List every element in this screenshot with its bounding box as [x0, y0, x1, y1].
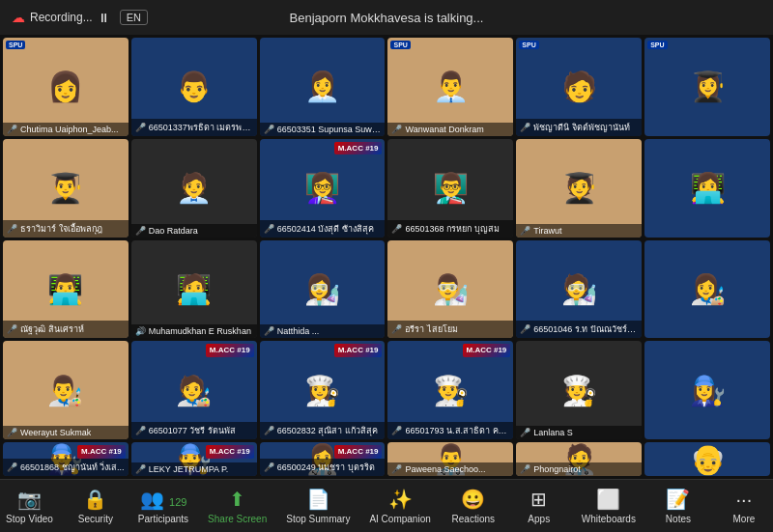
participant-name-tag: 🎤66501077 วัชรี รัตนพัส	[131, 422, 257, 439]
video-cell[interactable]: 👨‍💻🎤ณัฐวุฒิ สินเศราห์	[3, 240, 129, 339]
video-cell[interactable]: M.ACC #19👩‍⚕️🎤66500249 นมชรา บุตรริต	[260, 442, 386, 476]
video-cell[interactable]: M.ACC #19🧑‍🔧🎤LEKY JETRUMPA P.	[131, 442, 257, 476]
ai-companion-button[interactable]: ✨AI Companion	[359, 483, 440, 529]
lang-badge: EN	[120, 10, 148, 25]
whiteboards-label: Whiteboards	[582, 514, 636, 524]
participant-name: 66501046 ร.ท ปัณณวัชร์ โช...	[533, 322, 638, 336]
reactions-label: Reactions	[452, 514, 495, 524]
video-cell[interactable]: 👨‍🏫🎤66501368 กรหยก บุญสม	[387, 139, 513, 238]
participant-name-tag: 🎤66502414 บังสุดี ซ้างสิสุค	[260, 220, 386, 238]
reactions-icon: 😀	[461, 488, 485, 511]
participant-name-tag: 🎤อรีรา ไสยโยม	[387, 321, 513, 338]
participant-name: Dao Ratdara	[149, 226, 198, 236]
participant-name-tag: 🎤66500249 นมชรา บุตรริต	[260, 459, 386, 476]
video-cell[interactable]: 🧑‍🔬🎤66501046 ร.ท ปัณณวัชร์ โช...	[516, 240, 642, 339]
participants-label: Participants	[138, 514, 188, 524]
video-cell[interactable]: 👨‍🎨🎤Weerayut Sukmak	[3, 341, 129, 439]
stop-summary-wrap: 📄Stop Summary	[276, 483, 359, 529]
video-cell[interactable]: 👴	[644, 442, 770, 476]
video-cell[interactable]: 👨🎤66501337พรธิดา เมตรพพร...	[131, 38, 257, 136]
video-cell[interactable]: 👨‍⚕️🎤Paweena Saechoo...	[387, 442, 513, 476]
video-cell[interactable]: 🧑‍🎓🎤Tirawut	[516, 139, 642, 238]
top-bar: ☁ Recording... ⏸ EN Benjaporn Mokkhavesa…	[0, 0, 773, 35]
video-cell[interactable]: 👩‍💼🎤66503351 Supunsa Suwa...	[260, 38, 386, 136]
spu-badge: SPU	[390, 41, 410, 49]
video-grid: SPU👩🎤Chutima Uaiphon_Jeab...👨🎤66501337พร…	[0, 35, 773, 479]
video-cell[interactable]: M.ACC #19👨‍🔧🎤66501868 ชญานันท์ วิ่งเส...	[3, 442, 129, 476]
video-cell[interactable]: 👩‍🔬🎤Natthida ...	[260, 240, 386, 339]
reactions-button[interactable]: 😀Reactions	[441, 483, 506, 529]
mic-icon: 🎤	[135, 426, 146, 435]
participant-name-tag: 🎤Wanwanat Donkram	[387, 123, 513, 136]
security-icon: 🔒	[83, 488, 107, 511]
mic-icon: 🎤	[520, 324, 530, 334]
participant-name-tag: 🎤66501368 กรหยก บุญสม	[387, 220, 513, 238]
participant-name-tag: 🎤Tirawut	[516, 224, 642, 238]
participant-name: 66501077 วัชรี รัตนพัส	[149, 424, 236, 437]
share-screen-label: Share Screen	[208, 514, 267, 524]
stop-video-button[interactable]: 📷Stop Video	[0, 483, 63, 529]
video-cell[interactable]: SPU👩🎤Chutima Uaiphon_Jeab...	[3, 38, 129, 136]
notes-button[interactable]: 📝Notes	[645, 483, 711, 529]
mic-icon: 🎤	[520, 123, 530, 132]
mic-icon: 🎤	[520, 464, 530, 474]
participants-wrap: 👥 129Participants	[129, 483, 198, 529]
participant-name-tag: 🎤66501046 ร.ท ปัณณวัชร์ โช...	[516, 321, 642, 338]
participant-name: Phongnairot	[533, 464, 581, 474]
video-cell[interactable]: 🧑‍💼🎤Dao Ratdara	[131, 139, 257, 238]
ai-companion-label: AI Companion	[369, 514, 430, 524]
video-cell[interactable]: SPU🧑🎤พัชญาดีนิ จิตต์พัชญานันท์	[516, 38, 642, 136]
participant-name-tag: 🎤66501868 ชญานันท์ วิ่งเส...	[3, 459, 129, 476]
participant-name-tag: 🎤66502832 สุณิสา แก้วสิสุค	[260, 422, 386, 439]
video-cell[interactable]: M.ACC #19👩‍🏫🎤66502414 บังสุดี ซ้างสิสุค	[260, 139, 386, 238]
participant-name-tag: 🎤ธราวิมาร์ ใจเอื้อพลกุฎ	[3, 220, 129, 238]
video-cell[interactable]: 👨‍🎓🎤ธราวิมาร์ ใจเอื้อพลกุฎ	[3, 139, 129, 238]
video-cell[interactable]: M.ACC #19👨‍🍳🎤66501793 น.ส.สาธิดา คนสุง	[387, 341, 513, 439]
participant-name-tag: 🔊Muhamudkhan E Ruskhan	[131, 324, 257, 338]
participants-button[interactable]: 👥 129Participants	[129, 483, 198, 529]
share-screen-icon: ⬆	[229, 488, 245, 511]
apps-button[interactable]: ⊞Apps	[506, 483, 572, 529]
participant-name: Muhamudkhan E Ruskhan	[149, 326, 251, 336]
video-cell[interactable]: SPU👩‍🎓	[644, 38, 770, 136]
spu-badge: SPU	[519, 41, 538, 49]
video-cell[interactable]: 👨‍🔬🎤อรีรา ไสยโยม	[387, 240, 513, 339]
participant-name: Tirawut	[533, 226, 561, 236]
participant-name: ธราวิมาร์ ใจเอื้อพลกุฎ	[20, 222, 102, 236]
participant-name-tag: 🎤66501337พรธิดา เมตรพพร...	[131, 119, 257, 136]
video-cell[interactable]: SPU👨‍💼🎤Wanwanat Donkram	[387, 38, 513, 136]
reactions-wrap: 😀Reactions	[441, 483, 506, 529]
spu-badge: SPU	[6, 41, 25, 49]
share-screen-button[interactable]: ⬆Share Screen	[198, 483, 276, 529]
more-button[interactable]: ···More	[711, 484, 773, 529]
mic-icon: 🎤	[391, 324, 402, 334]
mic-icon: 🎤	[7, 224, 17, 234]
participant-name: Chutima Uaiphon_Jeab...	[20, 125, 119, 134]
video-cell[interactable]: 👩‍💻	[644, 139, 770, 238]
apps-icon: ⊞	[530, 488, 547, 511]
participant-name: 66503351 Supunsa Suwa...	[277, 125, 382, 134]
security-button[interactable]: 🔒Security	[63, 483, 129, 529]
notes-label: Notes	[666, 514, 691, 524]
mic-icon: 🎤	[135, 464, 146, 474]
video-cell[interactable]: 🧑‍💻🔊Muhamudkhan E Ruskhan	[131, 240, 257, 339]
participant-name-tag: 🎤LEKY JETRUMPA P.	[131, 462, 257, 476]
stop-video-label: Stop Video	[6, 514, 53, 524]
taskbar-lang: ENG	[694, 529, 741, 532]
video-cell[interactable]: M.ACC #19🧑‍🎨🎤66501077 วัชรี รัตนพัส	[131, 341, 257, 439]
video-cell[interactable]: 🧑‍⚕️🎤Phongnairot	[516, 442, 642, 476]
mic-icon: 🔊	[135, 326, 146, 336]
video-cell[interactable]: 👩‍🎨	[644, 240, 770, 339]
video-cell[interactable]: 👩‍🔧	[644, 341, 770, 439]
participant-name: 66500249 นมชรา บุตรริต	[277, 461, 375, 474]
stop-summary-button[interactable]: 📄Stop Summary	[276, 483, 359, 529]
video-cell[interactable]: M.ACC #19👩‍🍳🎤66502832 สุณิสา แก้วสิสุค	[260, 341, 386, 439]
security-label: Security	[78, 514, 113, 524]
video-cell[interactable]: 🧑‍🍳🎤Lanlana S	[516, 341, 642, 439]
whiteboards-button[interactable]: ⬜Whiteboards	[572, 483, 645, 529]
mic-icon: 🎤	[391, 125, 402, 134]
participant-name: พัชญาดีนิ จิตต์พัชญานันท์	[533, 121, 630, 134]
participant-name: 66501337พรธิดา เมตรพพร...	[149, 121, 253, 134]
participant-name: อรีรา ไสยโยม	[405, 322, 458, 336]
participant-name: LEKY JETRUMPA P.	[149, 464, 229, 474]
